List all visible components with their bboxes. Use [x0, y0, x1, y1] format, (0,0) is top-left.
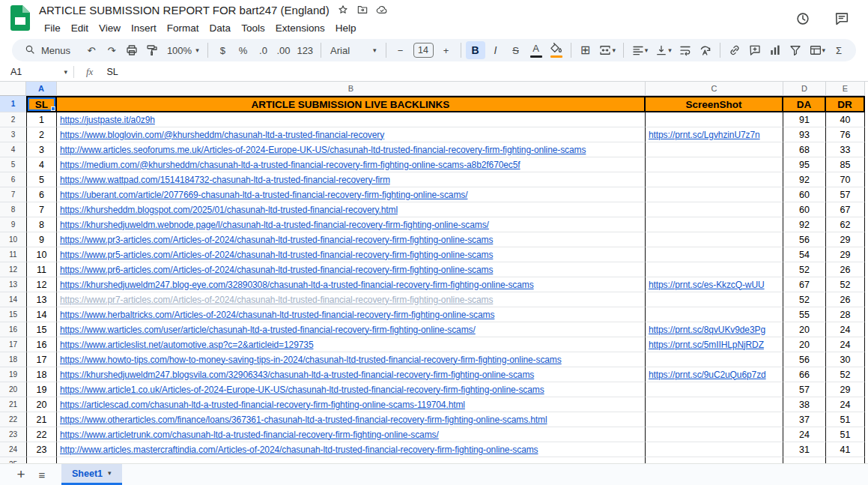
toolbar-italic[interactable]: I — [486, 41, 506, 59]
backlink-url[interactable]: https://www.howto-tips.com/how-to-money-… — [60, 355, 562, 365]
row-header-20[interactable]: 20 — [0, 382, 26, 397]
header-cell-sl[interactable]: SL — [26, 96, 57, 112]
cell-screenshot[interactable] — [646, 442, 783, 457]
grid-corner-select-all[interactable] — [0, 82, 26, 96]
toolbar-horizontal-align[interactable]: ▾ — [628, 41, 651, 59]
backlink-url[interactable]: http://www.articles.seoforums.me.uk/Arti… — [60, 145, 586, 155]
toolbar-insert-comment[interactable] — [745, 41, 765, 59]
backlink-url[interactable]: https://khurshedjuweldm247.blog-eye.com/… — [60, 280, 534, 290]
cell-screenshot[interactable] — [646, 172, 783, 187]
cell-dr[interactable]: 57 — [826, 187, 865, 202]
menu-file[interactable]: File — [39, 21, 66, 35]
backlink-url[interactable]: https://www.article1.co.uk/Articles-of-2… — [60, 385, 544, 395]
column-header-c[interactable]: C — [646, 82, 783, 96]
cell-screenshot[interactable] — [646, 202, 783, 217]
cell-da[interactable]: 60 — [783, 187, 826, 202]
row-header-24[interactable]: 24 — [0, 442, 26, 457]
cell-screenshot[interactable] — [646, 427, 783, 442]
cell-url[interactable]: https://khursheddm.blogspot.com/2025/01/… — [57, 202, 646, 217]
cell-url[interactable]: http://www.articles.mastercraftindia.com… — [57, 442, 646, 457]
cell-screenshot[interactable] — [646, 412, 783, 427]
backlink-url[interactable]: https://www.pr5-articles.com/Articles-of… — [60, 250, 493, 260]
cell-url[interactable]: https://uberant.com/article/2077669-chas… — [57, 187, 646, 202]
empty-cell[interactable] — [26, 457, 57, 463]
toolbar-undo[interactable]: ↶ — [82, 41, 101, 59]
cell-screenshot[interactable] — [646, 292, 783, 307]
cell-dr[interactable]: 33 — [826, 142, 865, 157]
cell-sl[interactable]: 5 — [26, 172, 57, 187]
column-header-d[interactable]: D — [783, 82, 826, 96]
sheets-logo-icon[interactable] — [10, 5, 30, 34]
header-cell-dr[interactable]: DR — [826, 96, 865, 112]
cell-da[interactable]: 95 — [783, 157, 826, 172]
toolbar-font-size[interactable]: 14 — [413, 43, 434, 58]
row-header-14[interactable]: 14 — [0, 292, 26, 307]
row-header-7[interactable]: 7 — [0, 187, 26, 202]
toolbar-redo[interactable]: ↷ — [102, 41, 121, 59]
row-header-21[interactable]: 21 — [0, 397, 26, 412]
cell-da[interactable]: 60 — [783, 202, 826, 217]
menu-extensions[interactable]: Extensions — [270, 21, 330, 35]
row-header-1[interactable]: 1 — [0, 96, 26, 112]
cell-da[interactable]: 54 — [783, 247, 826, 262]
toolbar-strikethrough[interactable]: S — [506, 41, 526, 59]
cell-da[interactable]: 31 — [783, 442, 826, 457]
toolbar-create-filter[interactable] — [786, 41, 805, 59]
toolbar-text-rotate[interactable] — [696, 41, 715, 59]
cell-dr[interactable]: 62 — [826, 217, 865, 232]
cell-screenshot[interactable] — [646, 247, 783, 262]
cell-da[interactable]: 37 — [783, 412, 826, 427]
formula-input[interactable]: SL — [106, 67, 118, 77]
toolbar-borders[interactable]: ⊞ — [576, 41, 595, 59]
cell-url[interactable]: https://www.pr6-articles.com/Articles-of… — [57, 262, 646, 277]
empty-cell[interactable] — [57, 457, 646, 463]
cell-sl[interactable]: 16 — [26, 337, 57, 352]
name-box[interactable]: A1 ▾ — [10, 67, 72, 77]
fill-handle[interactable] — [51, 106, 55, 111]
toolbar-zoom[interactable]: 100%▾ — [163, 41, 203, 59]
menu-data[interactable]: Data — [204, 21, 237, 35]
toolbar-insert-chart[interactable] — [765, 41, 785, 59]
row-header-2[interactable]: 2 — [0, 112, 26, 127]
cell-da[interactable]: 55 — [783, 307, 826, 322]
cell-screenshot[interactable] — [646, 157, 783, 172]
empty-cell[interactable] — [826, 457, 865, 463]
cell-url[interactable]: https://www.warticles.com/user/article/c… — [57, 322, 646, 337]
cell-sl[interactable]: 10 — [26, 247, 57, 262]
cell-da[interactable]: 56 — [783, 232, 826, 247]
toolbar-print[interactable] — [122, 41, 142, 59]
row-header-18[interactable]: 18 — [0, 352, 26, 367]
row-header-6[interactable]: 6 — [0, 172, 26, 187]
cell-screenshot[interactable]: https://prnt.sc/9uC2uQu6p7zd — [646, 367, 783, 382]
row-header-10[interactable]: 10 — [0, 232, 26, 247]
cell-screenshot[interactable] — [646, 307, 783, 322]
cell-screenshot[interactable]: https://prnt.sc/es-KkzcQ-wUU — [646, 277, 783, 292]
cell-da[interactable]: 52 — [783, 292, 826, 307]
cell-screenshot[interactable] — [646, 397, 783, 412]
cell-sl[interactable]: 1 — [26, 112, 57, 127]
cell-sl[interactable]: 15 — [26, 322, 57, 337]
toolbar-vertical-align[interactable]: ▾ — [652, 41, 674, 59]
star-icon[interactable] — [337, 4, 349, 16]
cell-url[interactable]: https://www.pr5-articles.com/Articles-of… — [57, 247, 646, 262]
cell-sl[interactable]: 4 — [26, 157, 57, 172]
cell-screenshot[interactable] — [646, 382, 783, 397]
cell-url[interactable]: http://www.articles.seoforums.me.uk/Arti… — [57, 142, 646, 157]
cell-dr[interactable]: 51 — [826, 412, 865, 427]
cell-url[interactable]: https://www.articletrunk.com/chasunah-lt… — [57, 427, 646, 442]
cell-da[interactable]: 92 — [783, 217, 826, 232]
cell-url[interactable]: https://justpaste.it/a0z9h — [57, 112, 646, 127]
cell-screenshot[interactable] — [646, 142, 783, 157]
cell-sl[interactable]: 20 — [26, 397, 57, 412]
cell-url[interactable]: https://www.herbaltricks.com/Articles-of… — [57, 307, 646, 322]
backlink-url[interactable]: https://www.pr7-articles.com/Articles-of… — [60, 295, 493, 305]
toolbar-more-formats[interactable]: 123 — [294, 41, 316, 59]
toolbar-paint-format[interactable] — [142, 41, 162, 59]
toolbar-increase-decimals[interactable]: .00 — [273, 41, 293, 59]
toolbar-merge-cells[interactable]: ▾ — [596, 41, 619, 59]
cell-da[interactable]: 52 — [783, 262, 826, 277]
cell-dr[interactable]: 24 — [826, 337, 865, 352]
cell-url[interactable]: https://khurshedjuweldm247.blogsvila.com… — [57, 367, 646, 382]
cell-da[interactable]: 67 — [783, 277, 826, 292]
row-header-23[interactable]: 23 — [0, 427, 26, 442]
